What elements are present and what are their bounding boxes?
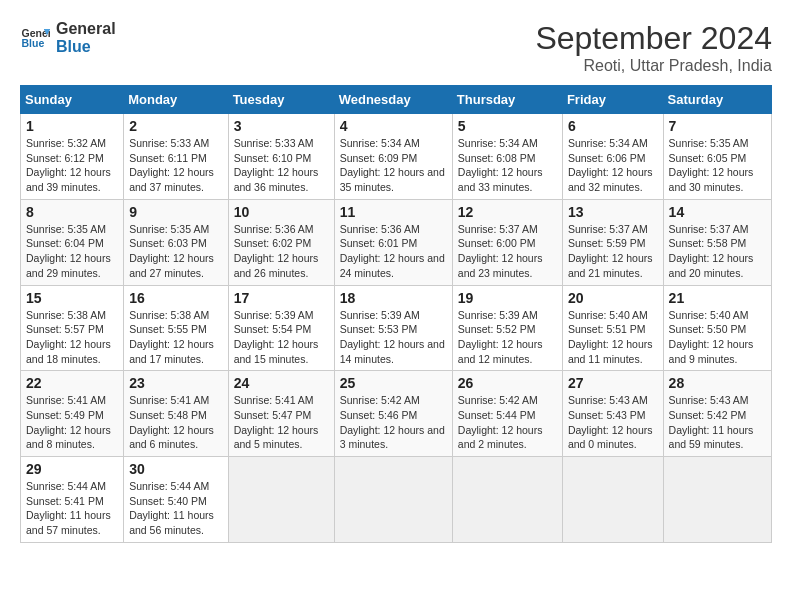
cell-details: Sunrise: 5:43 AMSunset: 5:42 PMDaylight:… bbox=[669, 394, 754, 450]
calendar-week-row: 29Sunrise: 5:44 AMSunset: 5:41 PMDayligh… bbox=[21, 457, 772, 543]
day-number: 5 bbox=[458, 118, 557, 134]
cell-details: Sunrise: 5:39 AMSunset: 5:53 PMDaylight:… bbox=[340, 309, 445, 365]
calendar-cell: 25Sunrise: 5:42 AMSunset: 5:46 PMDayligh… bbox=[334, 371, 452, 457]
day-number: 24 bbox=[234, 375, 329, 391]
calendar-cell bbox=[663, 457, 771, 543]
calendar-cell: 27Sunrise: 5:43 AMSunset: 5:43 PMDayligh… bbox=[562, 371, 663, 457]
calendar-week-row: 8Sunrise: 5:35 AMSunset: 6:04 PMDaylight… bbox=[21, 199, 772, 285]
day-number: 2 bbox=[129, 118, 222, 134]
calendar-cell bbox=[334, 457, 452, 543]
cell-details: Sunrise: 5:35 AMSunset: 6:04 PMDaylight:… bbox=[26, 223, 111, 279]
column-header-tuesday: Tuesday bbox=[228, 86, 334, 114]
day-number: 19 bbox=[458, 290, 557, 306]
cell-details: Sunrise: 5:42 AMSunset: 5:44 PMDaylight:… bbox=[458, 394, 543, 450]
day-number: 23 bbox=[129, 375, 222, 391]
calendar-cell bbox=[228, 457, 334, 543]
calendar-cell: 29Sunrise: 5:44 AMSunset: 5:41 PMDayligh… bbox=[21, 457, 124, 543]
calendar-header-row: SundayMondayTuesdayWednesdayThursdayFrid… bbox=[21, 86, 772, 114]
cell-details: Sunrise: 5:44 AMSunset: 5:41 PMDaylight:… bbox=[26, 480, 111, 536]
cell-details: Sunrise: 5:44 AMSunset: 5:40 PMDaylight:… bbox=[129, 480, 214, 536]
calendar-cell: 23Sunrise: 5:41 AMSunset: 5:48 PMDayligh… bbox=[124, 371, 228, 457]
calendar-cell: 7Sunrise: 5:35 AMSunset: 6:05 PMDaylight… bbox=[663, 114, 771, 200]
day-number: 9 bbox=[129, 204, 222, 220]
calendar-cell: 10Sunrise: 5:36 AMSunset: 6:02 PMDayligh… bbox=[228, 199, 334, 285]
day-number: 16 bbox=[129, 290, 222, 306]
column-header-monday: Monday bbox=[124, 86, 228, 114]
calendar-week-row: 1Sunrise: 5:32 AMSunset: 6:12 PMDaylight… bbox=[21, 114, 772, 200]
cell-details: Sunrise: 5:34 AMSunset: 6:08 PMDaylight:… bbox=[458, 137, 543, 193]
cell-details: Sunrise: 5:36 AMSunset: 6:01 PMDaylight:… bbox=[340, 223, 445, 279]
logo-line2: Blue bbox=[56, 38, 116, 56]
calendar-cell: 5Sunrise: 5:34 AMSunset: 6:08 PMDaylight… bbox=[452, 114, 562, 200]
day-number: 4 bbox=[340, 118, 447, 134]
day-number: 6 bbox=[568, 118, 658, 134]
cell-details: Sunrise: 5:38 AMSunset: 5:55 PMDaylight:… bbox=[129, 309, 214, 365]
cell-details: Sunrise: 5:37 AMSunset: 5:58 PMDaylight:… bbox=[669, 223, 754, 279]
calendar-cell: 9Sunrise: 5:35 AMSunset: 6:03 PMDaylight… bbox=[124, 199, 228, 285]
header: General Blue General Blue September 2024… bbox=[20, 20, 772, 75]
calendar-cell: 24Sunrise: 5:41 AMSunset: 5:47 PMDayligh… bbox=[228, 371, 334, 457]
cell-details: Sunrise: 5:32 AMSunset: 6:12 PMDaylight:… bbox=[26, 137, 111, 193]
cell-details: Sunrise: 5:35 AMSunset: 6:03 PMDaylight:… bbox=[129, 223, 214, 279]
calendar-cell bbox=[562, 457, 663, 543]
cell-details: Sunrise: 5:40 AMSunset: 5:51 PMDaylight:… bbox=[568, 309, 653, 365]
day-number: 12 bbox=[458, 204, 557, 220]
column-header-friday: Friday bbox=[562, 86, 663, 114]
cell-details: Sunrise: 5:36 AMSunset: 6:02 PMDaylight:… bbox=[234, 223, 319, 279]
cell-details: Sunrise: 5:40 AMSunset: 5:50 PMDaylight:… bbox=[669, 309, 754, 365]
day-number: 8 bbox=[26, 204, 118, 220]
cell-details: Sunrise: 5:37 AMSunset: 5:59 PMDaylight:… bbox=[568, 223, 653, 279]
day-number: 22 bbox=[26, 375, 118, 391]
column-header-wednesday: Wednesday bbox=[334, 86, 452, 114]
day-number: 18 bbox=[340, 290, 447, 306]
cell-details: Sunrise: 5:39 AMSunset: 5:54 PMDaylight:… bbox=[234, 309, 319, 365]
cell-details: Sunrise: 5:43 AMSunset: 5:43 PMDaylight:… bbox=[568, 394, 653, 450]
calendar-week-row: 15Sunrise: 5:38 AMSunset: 5:57 PMDayligh… bbox=[21, 285, 772, 371]
day-number: 30 bbox=[129, 461, 222, 477]
column-header-sunday: Sunday bbox=[21, 86, 124, 114]
day-number: 13 bbox=[568, 204, 658, 220]
cell-details: Sunrise: 5:38 AMSunset: 5:57 PMDaylight:… bbox=[26, 309, 111, 365]
logo-icon: General Blue bbox=[20, 23, 50, 53]
day-number: 7 bbox=[669, 118, 766, 134]
cell-details: Sunrise: 5:33 AMSunset: 6:10 PMDaylight:… bbox=[234, 137, 319, 193]
day-number: 17 bbox=[234, 290, 329, 306]
calendar-cell: 16Sunrise: 5:38 AMSunset: 5:55 PMDayligh… bbox=[124, 285, 228, 371]
column-header-saturday: Saturday bbox=[663, 86, 771, 114]
calendar-cell: 13Sunrise: 5:37 AMSunset: 5:59 PMDayligh… bbox=[562, 199, 663, 285]
calendar-body: 1Sunrise: 5:32 AMSunset: 6:12 PMDaylight… bbox=[21, 114, 772, 543]
svg-text:Blue: Blue bbox=[22, 37, 45, 49]
cell-details: Sunrise: 5:41 AMSunset: 5:48 PMDaylight:… bbox=[129, 394, 214, 450]
calendar-cell: 4Sunrise: 5:34 AMSunset: 6:09 PMDaylight… bbox=[334, 114, 452, 200]
day-number: 14 bbox=[669, 204, 766, 220]
calendar-table: SundayMondayTuesdayWednesdayThursdayFrid… bbox=[20, 85, 772, 543]
day-number: 29 bbox=[26, 461, 118, 477]
calendar-cell: 3Sunrise: 5:33 AMSunset: 6:10 PMDaylight… bbox=[228, 114, 334, 200]
day-number: 20 bbox=[568, 290, 658, 306]
calendar-cell: 11Sunrise: 5:36 AMSunset: 6:01 PMDayligh… bbox=[334, 199, 452, 285]
column-header-thursday: Thursday bbox=[452, 86, 562, 114]
title-area: September 2024 Reoti, Uttar Pradesh, Ind… bbox=[535, 20, 772, 75]
calendar-cell: 2Sunrise: 5:33 AMSunset: 6:11 PMDaylight… bbox=[124, 114, 228, 200]
calendar-cell: 21Sunrise: 5:40 AMSunset: 5:50 PMDayligh… bbox=[663, 285, 771, 371]
logo: General Blue General Blue bbox=[20, 20, 116, 55]
day-number: 21 bbox=[669, 290, 766, 306]
calendar-cell: 12Sunrise: 5:37 AMSunset: 6:00 PMDayligh… bbox=[452, 199, 562, 285]
calendar-cell bbox=[452, 457, 562, 543]
calendar-cell: 22Sunrise: 5:41 AMSunset: 5:49 PMDayligh… bbox=[21, 371, 124, 457]
cell-details: Sunrise: 5:34 AMSunset: 6:09 PMDaylight:… bbox=[340, 137, 445, 193]
day-number: 1 bbox=[26, 118, 118, 134]
cell-details: Sunrise: 5:34 AMSunset: 6:06 PMDaylight:… bbox=[568, 137, 653, 193]
calendar-cell: 1Sunrise: 5:32 AMSunset: 6:12 PMDaylight… bbox=[21, 114, 124, 200]
cell-details: Sunrise: 5:35 AMSunset: 6:05 PMDaylight:… bbox=[669, 137, 754, 193]
cell-details: Sunrise: 5:41 AMSunset: 5:47 PMDaylight:… bbox=[234, 394, 319, 450]
day-number: 26 bbox=[458, 375, 557, 391]
logo-line1: General bbox=[56, 20, 116, 38]
calendar-cell: 30Sunrise: 5:44 AMSunset: 5:40 PMDayligh… bbox=[124, 457, 228, 543]
calendar-cell: 18Sunrise: 5:39 AMSunset: 5:53 PMDayligh… bbox=[334, 285, 452, 371]
cell-details: Sunrise: 5:42 AMSunset: 5:46 PMDaylight:… bbox=[340, 394, 445, 450]
calendar-cell: 6Sunrise: 5:34 AMSunset: 6:06 PMDaylight… bbox=[562, 114, 663, 200]
page-title: September 2024 bbox=[535, 20, 772, 57]
page-subtitle: Reoti, Uttar Pradesh, India bbox=[535, 57, 772, 75]
calendar-cell: 14Sunrise: 5:37 AMSunset: 5:58 PMDayligh… bbox=[663, 199, 771, 285]
